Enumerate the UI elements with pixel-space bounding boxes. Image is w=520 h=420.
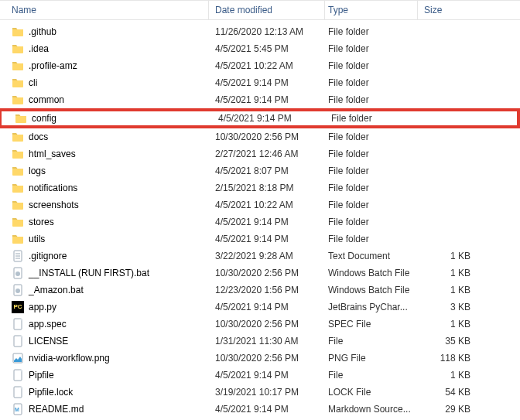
svg-rect-12 (14, 387, 22, 398)
folder-icon (12, 60, 24, 72)
file-row[interactable]: PCapp.py4/5/2021 9:14 PMJetBrains PyChar… (0, 299, 520, 316)
file-type: JetBrains PyChar... (325, 302, 418, 312)
file-row[interactable]: docs10/30/2020 2:56 PMFile folder (0, 128, 520, 145)
column-header-date[interactable]: Date modified (209, 1, 325, 19)
file-row[interactable]: config4/5/2021 9:14 PMFile folder (0, 108, 520, 128)
file-date: 4/5/2021 9:14 PM (209, 302, 325, 312)
file-row[interactable]: nvidia-workflow.png10/30/2020 2:56 PMPNG… (0, 350, 520, 367)
file-date: 4/5/2021 9:14 PM (209, 234, 325, 244)
file-size: 29 KB (418, 404, 480, 415)
svg-point-7 (15, 289, 20, 293)
svg-rect-8 (14, 319, 22, 330)
file-date: 10/30/2020 2:56 PM (209, 319, 325, 330)
file-row[interactable]: utils4/5/2021 9:14 PMFile folder (0, 230, 520, 248)
file-row[interactable]: MREADME.md4/5/2021 9:14 PMMarkdown Sourc… (0, 401, 520, 418)
file-date: 4/5/2021 9:14 PM (209, 370, 325, 381)
file-type: PNG File (325, 353, 418, 364)
folder-icon (12, 148, 24, 160)
file-type: File folder (325, 131, 418, 142)
file-icon (12, 386, 24, 398)
svg-text:M: M (15, 407, 19, 412)
file-date: 4/5/2021 9:14 PM (209, 404, 325, 415)
file-name: common (29, 94, 64, 105)
batch-file-icon (12, 267, 24, 279)
file-type: Markdown Source... (325, 404, 418, 415)
svg-point-5 (15, 271, 20, 276)
file-name: README.md (29, 404, 84, 415)
file-size: 3 KB (418, 302, 480, 312)
file-date: 10/30/2020 2:56 PM (209, 268, 325, 278)
file-icon (12, 318, 24, 330)
file-type: File folder (325, 26, 418, 37)
file-type: File folder (325, 166, 418, 176)
column-header-name[interactable]: Name (0, 1, 209, 19)
file-row[interactable]: __INSTALL (RUN FIRST).bat10/30/2020 2:56… (0, 265, 520, 282)
file-date: 4/5/2021 5:45 PM (209, 43, 325, 54)
file-date: 4/5/2021 10:22 AM (209, 60, 325, 71)
file-date: 2/15/2021 8:18 PM (209, 183, 325, 193)
markdown-file-icon: M (12, 403, 24, 415)
file-name: screenshots (29, 200, 79, 210)
file-name: app.py (29, 302, 56, 312)
file-row[interactable]: common4/5/2021 9:14 PMFile folder (0, 91, 520, 108)
batch-file-icon (12, 284, 24, 296)
file-type: File folder (325, 60, 418, 71)
file-size: 35 KB (418, 336, 480, 347)
file-row[interactable]: .idea4/5/2021 5:45 PMFile folder (0, 40, 520, 57)
file-row[interactable]: _Amazon.bat12/23/2020 1:56 PMWindows Bat… (0, 282, 520, 299)
file-type: File folder (325, 43, 418, 54)
file-row[interactable]: screenshots4/5/2021 10:22 AMFile folder (0, 196, 520, 213)
file-type: File folder (325, 94, 418, 105)
file-name: logs (29, 166, 46, 176)
file-date: 10/30/2020 2:56 PM (209, 131, 325, 142)
file-size: 118 KB (418, 353, 480, 364)
file-date: 10/30/2020 2:56 PM (209, 353, 325, 364)
folder-icon (12, 182, 24, 194)
file-row[interactable]: stores4/5/2021 9:14 PMFile folder (0, 213, 520, 230)
file-name: Pipfile.lock (29, 387, 73, 398)
column-header-size[interactable]: Size (418, 1, 480, 19)
text-file-icon (12, 250, 24, 262)
file-name: html_saves (29, 149, 76, 159)
folder-icon (12, 199, 24, 211)
file-row[interactable]: html_saves2/27/2021 12:46 AMFile folder (0, 145, 520, 162)
file-list: .github11/26/2020 12:13 AMFile folder.id… (0, 20, 520, 418)
file-row[interactable]: notifications2/15/2021 8:18 PMFile folde… (0, 179, 520, 196)
file-type: SPEC File (325, 319, 418, 330)
file-row[interactable]: Pipfile.lock3/19/2021 10:17 PMLOCK File5… (0, 384, 520, 401)
file-name: utils (29, 234, 45, 244)
folder-icon (12, 26, 24, 38)
file-name: notifications (29, 183, 77, 193)
file-name: cli (29, 77, 37, 88)
file-date: 4/5/2021 9:14 PM (209, 94, 325, 105)
file-date: 12/23/2020 1:56 PM (209, 285, 325, 295)
svg-rect-11 (14, 370, 22, 381)
file-name: config (32, 113, 56, 124)
file-name: _Amazon.bat (29, 285, 84, 295)
file-date: 4/5/2021 10:22 AM (209, 200, 325, 210)
file-date: 1/31/2021 11:30 AM (209, 336, 325, 347)
file-row[interactable]: Pipfile4/5/2021 9:14 PMFile1 KB (0, 367, 520, 384)
file-row[interactable]: .profile-amz4/5/2021 10:22 AMFile folder (0, 57, 520, 74)
file-date: 4/5/2021 8:07 PM (209, 166, 325, 176)
file-row[interactable]: logs4/5/2021 8:07 PMFile folder (0, 162, 520, 179)
file-date: 4/5/2021 9:14 PM (212, 113, 328, 124)
file-type: Text Document (325, 251, 418, 261)
file-row[interactable]: LICENSE1/31/2021 11:30 AMFile35 KB (0, 333, 520, 350)
file-row[interactable]: cli4/5/2021 9:14 PMFile folder (0, 74, 520, 91)
file-date: 4/5/2021 9:14 PM (209, 77, 325, 88)
column-header-type[interactable]: Type (325, 1, 418, 19)
file-type: LOCK File (325, 387, 418, 398)
svg-rect-9 (14, 336, 22, 347)
file-type: File folder (325, 149, 418, 159)
file-name: LICENSE (29, 336, 68, 347)
folder-icon (12, 165, 24, 177)
file-size: 1 KB (418, 370, 480, 381)
file-row[interactable]: .github11/26/2020 12:13 AMFile folder (0, 23, 520, 40)
file-date: 11/26/2020 12:13 AM (209, 26, 325, 37)
file-row[interactable]: .gitignore3/22/2021 9:28 AMText Document… (0, 248, 520, 265)
folder-icon (12, 216, 24, 228)
file-row[interactable]: app.spec10/30/2020 2:56 PMSPEC File1 KB (0, 316, 520, 333)
file-size: 1 KB (418, 268, 480, 278)
file-size: 54 KB (418, 387, 480, 398)
